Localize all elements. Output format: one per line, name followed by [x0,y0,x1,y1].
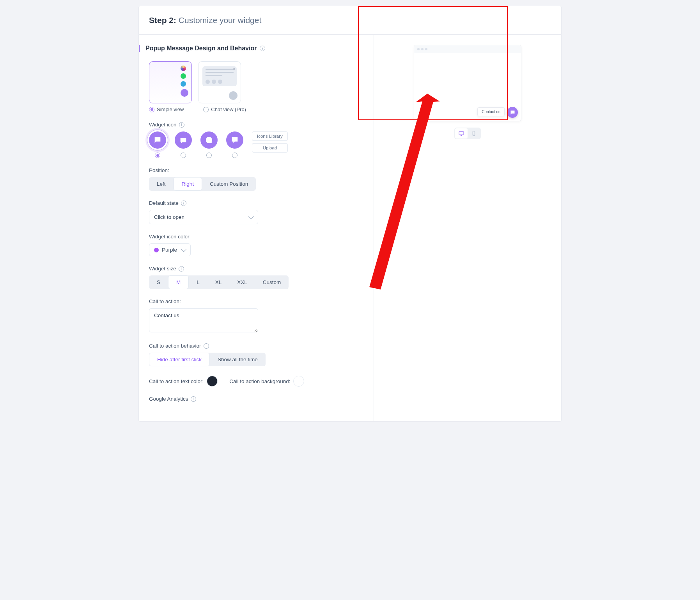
cta-text-color-label: Call to action text color: [149,378,204,384]
widget-icon-option-1[interactable] [149,131,166,149]
label-text: Call to action behavior [149,343,201,349]
radio-icon[interactable] [155,153,160,158]
label-text: Google Analytics [149,396,188,402]
preview-fab-icon [507,107,518,118]
radio-icon[interactable] [206,153,212,158]
design-simple-radio[interactable]: Simple view [149,107,184,112]
widget-size-label: Widget size [149,266,363,272]
svg-rect-0 [459,131,464,135]
section-title: Popup Message Design and Behavior [149,45,363,52]
info-icon[interactable] [179,122,184,128]
step-subtitle: Customize your widget [179,16,261,25]
radio-icon [203,107,209,112]
instagram-icon [181,66,186,71]
info-icon[interactable] [191,396,196,402]
widget-icon-label: Widget icon [149,122,363,128]
default-state-label: Default state [149,200,363,206]
design-chat-radio[interactable]: Chat view (Pro) [203,107,246,112]
position-label: Position: [149,167,363,173]
upload-button[interactable]: Upload [252,143,288,153]
icons-library-button[interactable]: Icons Library [252,131,288,141]
size-l-button[interactable]: L [189,275,207,289]
chat-icon [181,89,188,97]
preview-cta-pill: Contact us [477,107,505,116]
section-title-text: Popup Message Design and Behavior [145,45,257,52]
label-text: Widget size [149,266,176,272]
size-xxl-button[interactable]: XXL [229,275,255,289]
cta-bg-color-picker[interactable] [293,376,304,387]
widget-icon-option-2[interactable] [175,131,192,149]
widget-icon-option-3[interactable] [200,131,218,149]
cta-behavior-show-button[interactable]: Show all the time [210,353,266,366]
radio-label: Simple view [157,107,184,112]
chat-icon [229,91,237,100]
cta-textarea[interactable] [149,308,258,332]
cta-text-color-picker[interactable] [207,376,218,387]
preview-mobile-button[interactable] [468,128,480,138]
position-left-button[interactable]: Left [149,177,174,191]
radio-label: Chat view (Pro) [211,107,246,112]
cta-behavior-hide-button[interactable]: Hide after first click [149,353,210,366]
position-custom-button[interactable]: Custom Position [202,177,256,191]
chevron-down-icon [248,213,254,219]
step-prefix: Step 2: [149,16,176,25]
form-column: Popup Message Design and Behavior [139,35,374,421]
design-simple-card[interactable] [149,61,192,103]
browser-traffic-lights [414,45,521,53]
size-custom-button[interactable]: Custom [255,275,289,289]
info-icon[interactable] [179,266,184,272]
svg-point-2 [474,135,474,135]
design-chat-card[interactable]: × [198,61,241,103]
size-xl-button[interactable]: XL [207,275,230,289]
default-state-select[interactable]: Click to open [149,210,258,224]
chevron-down-icon [181,246,186,252]
color-swatch-icon [154,248,159,252]
close-icon: × [233,67,235,71]
position-right-button[interactable]: Right [174,177,202,191]
cta-behavior-label: Call to action behavior [149,343,363,349]
radio-icon[interactable] [181,153,186,158]
step-title: Step 2: Customize your widget [149,16,551,25]
label-text: Default state [149,200,179,206]
mobile-icon [471,130,477,137]
desktop-icon [458,130,464,137]
chat-preview-mini: × [202,66,237,86]
size-s-button[interactable]: S [149,275,168,289]
radio-icon[interactable] [232,153,237,158]
info-icon[interactable] [204,343,209,349]
preview-desktop-button[interactable] [455,128,468,138]
widget-size-segmented: S M L XL XXL Custom [149,275,289,289]
size-m-button[interactable]: M [168,275,189,289]
preview-device-toggle [454,128,481,139]
icon-color-select[interactable]: Purple [149,243,191,256]
design-style-row: × [149,61,363,103]
cta-label: Call to action: [149,298,363,304]
info-icon[interactable] [260,46,265,51]
cta-behavior-segmented: Hide after first click Show all the time [149,353,266,366]
select-value: Click to open [154,214,184,220]
label-text: Widget icon [149,122,177,128]
whatsapp-icon [181,73,186,79]
cta-bg-label: Call to action background: [229,378,290,384]
radio-icon [149,107,154,112]
info-icon[interactable] [181,201,186,206]
position-segmented: Left Right Custom Position [149,177,256,191]
preview-browser: Contact us [414,45,521,121]
telegram-icon [181,81,186,87]
preview-column: Contact us [374,35,561,421]
card-header: Step 2: Customize your widget [139,6,561,35]
select-value: Purple [162,247,177,253]
icon-color-label: Widget icon color: [149,234,363,240]
widget-icon-option-4[interactable] [226,131,243,149]
google-analytics-label: Google Analytics [149,396,363,402]
